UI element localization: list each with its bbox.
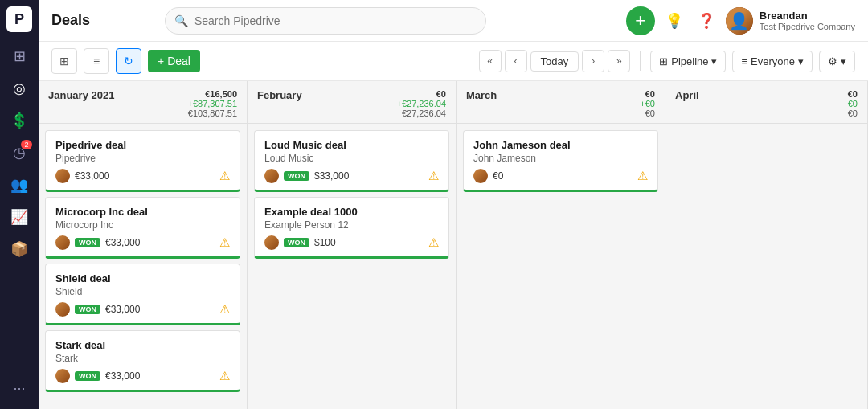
deal-footer: WON €33,000 ⚠ [55, 235, 230, 250]
col-total: €0 [842, 108, 858, 118]
deal-amount: €33,000 [105, 304, 140, 315]
deal-title: Microcorp Inc deal [55, 206, 230, 218]
column-header-january: January 2021 €16,500 +€87,307.51 €103,80… [39, 81, 247, 124]
deal-avatar [55, 302, 70, 317]
column-march: March €0 +€0 €0 John Jameson deal John J… [457, 81, 665, 409]
warning-icon: ⚠ [428, 235, 439, 250]
header: Deals 🔍 + 💡 ❓ Breandan Test Pipedrive Co… [39, 0, 868, 42]
search-bar: 🔍 [165, 7, 486, 35]
won-badge: WON [284, 238, 309, 247]
main-content: Deals 🔍 + 💡 ❓ Breandan Test Pipedrive Co… [39, 0, 868, 409]
pipeline-icon: ⊞ [659, 55, 668, 67]
col-amount: €0 [397, 89, 446, 99]
cards-area-april [665, 124, 867, 409]
settings-chevron: ▾ [841, 55, 846, 67]
cards-area-march: John Jameson deal John Jameson €0 ⚠ [457, 124, 665, 409]
deal-org: John Jameson [473, 153, 648, 164]
pipeline-dropdown[interactable]: ⊞ Pipeline ▾ [650, 51, 726, 72]
deal-avatar [264, 235, 279, 250]
deal-org: Stark [55, 353, 230, 364]
deal-amount: €33,000 [105, 237, 140, 248]
search-icon: 🔍 [174, 14, 188, 27]
deal-footer: €33,000 ⚠ [55, 169, 230, 183]
deal-title: Example deal 1000 [264, 206, 439, 218]
col-added: +€27,236.04 [397, 99, 446, 108]
warning-icon: ⚠ [219, 369, 230, 383]
deal-avatar [264, 169, 279, 183]
sidebar-item-deals[interactable]: 💲 [5, 106, 34, 135]
add-deal-button[interactable]: + [626, 6, 655, 35]
sidebar-item-activities[interactable]: ◷ 2 [5, 138, 34, 167]
everyone-dropdown[interactable]: ≡ Everyone ▾ [732, 51, 813, 72]
toolbar: ⊞ ≡ ↻ + Deal « ‹ Today › » ⊞ Pipeline ▾ … [39, 42, 868, 81]
warning-icon: ⚠ [219, 169, 230, 183]
nav-next-button[interactable]: › [582, 50, 604, 72]
list-view-button[interactable]: ≡ [84, 48, 109, 74]
nav-controls: « ‹ Today › » [479, 50, 631, 72]
deal-avatar [55, 235, 70, 250]
lightbulb-icon[interactable]: 💡 [661, 8, 687, 34]
deal-amount: €0 [493, 170, 503, 182]
toolbar-divider-1 [640, 51, 641, 71]
kanban-view-button[interactable]: ⊞ [51, 48, 77, 74]
col-total: €103,807.51 [188, 108, 237, 118]
deal-card[interactable]: Shield deal Shield WON €33,000 ⚠ [45, 264, 240, 325]
kanban-board: January 2021 €16,500 +€87,307.51 €103,80… [39, 81, 868, 409]
deal-org: Microcorp Inc [55, 219, 230, 231]
col-amount: €0 [640, 89, 655, 99]
deal-footer: WON $33,000 ⚠ [264, 169, 439, 183]
deal-card[interactable]: Stark deal Stark WON €33,000 ⚠ [45, 330, 240, 392]
sidebar-item-reports[interactable]: 📈 [5, 202, 34, 231]
col-added: +€87,307.51 [188, 99, 237, 108]
deal-amount: $100 [314, 237, 336, 248]
cards-area-january: Pipedrive deal Pipedrive €33,000 ⚠ Micro… [39, 124, 247, 409]
won-badge: WON [75, 371, 100, 381]
app-logo[interactable]: P [6, 6, 32, 32]
deal-footer: WON €33,000 ⚠ [55, 369, 230, 383]
col-amount: €0 [842, 89, 858, 99]
user-company: Test Pipedrive Company [760, 22, 855, 31]
column-header-february: February €0 +€27,236.04 €27,236.04 [248, 81, 456, 124]
user-name: Breandan [760, 10, 855, 22]
nav-today-button[interactable]: Today [530, 51, 579, 72]
header-actions: + 💡 ❓ Breandan Test Pipedrive Company [626, 6, 855, 35]
column-february: February €0 +€27,236.04 €27,236.04 Loud … [248, 81, 457, 409]
sidebar-item-more[interactable]: ··· [5, 374, 34, 403]
deal-card[interactable]: Loud Music deal Loud Music WON $33,000 ⚠ [254, 130, 449, 192]
sidebar-item-inbox[interactable]: 📦 [5, 235, 34, 264]
deal-card[interactable]: John Jameson deal John Jameson €0 ⚠ [463, 130, 658, 192]
filter-icon: ≡ [741, 55, 747, 67]
deal-card[interactable]: Microcorp Inc deal Microcorp Inc WON €33… [45, 197, 240, 259]
deal-amount: €33,000 [105, 370, 140, 382]
column-title: March [466, 89, 497, 118]
nav-first-button[interactable]: « [479, 50, 502, 72]
column-title: February [257, 89, 302, 118]
add-deal-toolbar-button[interactable]: + Deal [148, 50, 200, 72]
col-added: +€0 [640, 99, 655, 108]
warning-icon: ⚠ [219, 302, 230, 317]
user-avatar-wrap[interactable]: Breandan Test Pipedrive Company [726, 7, 855, 35]
help-icon[interactable]: ❓ [694, 8, 719, 34]
settings-dropdown[interactable]: ⚙ ▾ [819, 51, 855, 72]
deal-title: Loud Music deal [264, 139, 439, 151]
sidebar-item-home[interactable]: ⊞ [5, 42, 34, 71]
won-badge: WON [75, 305, 100, 314]
column-title: January 2021 [48, 89, 114, 118]
sidebar-item-contacts[interactable]: 👥 [5, 170, 34, 199]
col-total: €27,236.04 [397, 108, 446, 118]
deal-title: John Jameson deal [473, 139, 648, 151]
nav-last-button[interactable]: » [608, 50, 630, 72]
nav-prev-button[interactable]: ‹ [505, 50, 527, 72]
deal-card[interactable]: Pipedrive deal Pipedrive €33,000 ⚠ [45, 130, 240, 192]
column-header-march: March €0 +€0 €0 [457, 81, 665, 124]
sidebar-item-search[interactable]: ◎ [5, 74, 34, 103]
deal-card[interactable]: Example deal 1000 Example Person 12 WON … [254, 197, 449, 259]
deal-org: Loud Music [264, 153, 439, 164]
search-input[interactable] [165, 7, 486, 35]
deal-footer: WON €33,000 ⚠ [55, 302, 230, 317]
deal-avatar [473, 169, 488, 183]
column-january: January 2021 €16,500 +€87,307.51 €103,80… [39, 81, 248, 409]
timeline-view-button[interactable]: ↻ [116, 48, 141, 74]
activities-badge: 2 [21, 140, 32, 149]
col-amount: €16,500 [188, 89, 237, 99]
